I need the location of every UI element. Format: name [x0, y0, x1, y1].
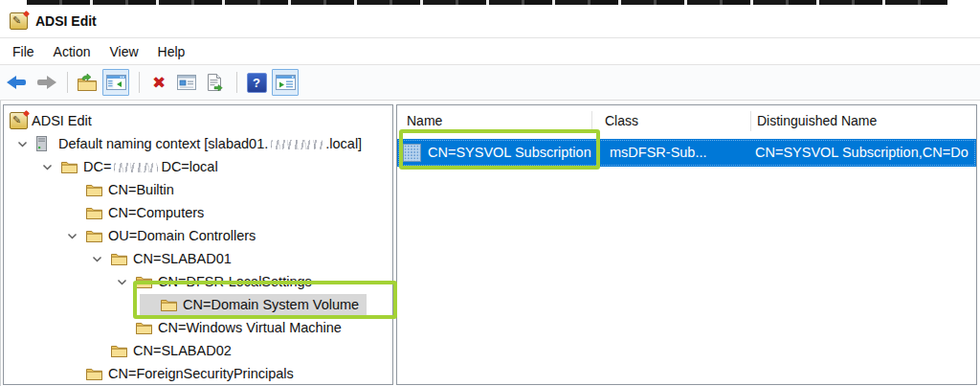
tree-item-label: CN=Windows Virtual Machine [158, 320, 342, 335]
tree-item-content: CN=ForeignSecurityPrincipals [65, 363, 301, 384]
cell-distinguished-name: CN=SYSVOL Subscription,CN=Do [755, 139, 969, 167]
column-header-distinguished-name[interactable]: Distinguished Name [757, 105, 877, 137]
server-icon [36, 136, 53, 151]
tree-item-content: CN=Computers [65, 202, 212, 223]
adsi-edit-icon [10, 112, 28, 129]
column-resize-handle[interactable] [591, 111, 592, 131]
tree-item-content: CN=SLABAD01 [90, 248, 239, 269]
back-arrow-icon [7, 76, 29, 90]
tree-item-content: CN=SLABAD02 [90, 340, 239, 361]
tree-item-cn-computers[interactable]: CN=Computers [4, 201, 392, 224]
column-header-name[interactable]: Name [407, 105, 442, 137]
redacted-text-smudge [271, 140, 323, 149]
back-button[interactable] [5, 70, 30, 95]
new-window-icon [276, 75, 296, 90]
forward-arrow-icon [34, 76, 56, 90]
tree-item-label: DC=DC=local [83, 159, 218, 174]
results-pane: Name Class Distinguished Name CN=SYSVOL … [396, 104, 977, 385]
tree-item-dc-domain[interactable]: DC=DC=local [4, 155, 392, 178]
console-tree-pane: ADSI EditDefault naming context [slabad0… [3, 104, 393, 385]
delete-button[interactable] [146, 70, 171, 95]
tree-item-cn-slabad02[interactable]: CN=SLABAD02 [4, 339, 392, 362]
folder-icon [111, 253, 127, 265]
tree-item-default-naming-context[interactable]: Default naming context [slabad01..local] [4, 132, 392, 155]
column-header-class[interactable]: Class [605, 105, 638, 137]
redacted-text-smudge [114, 163, 158, 172]
tree-item-content: CN=Domain System Volume [140, 294, 367, 315]
separator [0, 100, 980, 101]
chevron-expanded-icon[interactable] [115, 277, 136, 287]
adsi-edit-window: ADSI Edit File Action View Help [0, 0, 980, 386]
list-header: Name Class Distinguished Name [397, 105, 976, 137]
export-list-icon [207, 74, 223, 92]
show-hide-console-tree-button[interactable] [102, 69, 129, 96]
chevron-expanded-icon[interactable] [65, 231, 86, 241]
tree-item-content: ADSI Edit [10, 110, 100, 131]
adsi-edit-icon [10, 112, 26, 129]
tree-item-adsi-edit-root[interactable]: ADSI Edit [4, 109, 392, 132]
folder-icon [86, 184, 102, 196]
tree-item-label: CN=ForeignSecurityPrincipals [108, 366, 294, 381]
list-row-sysvol-subscription[interactable]: CN=SYSVOL Subscription msDFSR-Sub... CN=… [397, 139, 976, 167]
tree-item-label: OU=Domain Controllers [108, 228, 256, 243]
chevron-expanded-icon[interactable] [15, 139, 36, 149]
directory-object-icon [403, 144, 421, 162]
forward-button[interactable] [33, 70, 57, 95]
column-resize-handle[interactable] [750, 111, 751, 131]
tree-item-cn-domain-system-volume[interactable]: CN=Domain System Volume [4, 293, 392, 316]
menu-action[interactable]: Action [54, 44, 91, 59]
tree-item-label: CN=Domain System Volume [183, 297, 359, 312]
tree-item-content: CN=Windows Virtual Machine [115, 317, 349, 338]
menu-file[interactable]: File [12, 44, 34, 59]
window-title: ADSI Edit [35, 13, 97, 29]
chevron-expanded-icon[interactable] [90, 254, 111, 264]
label-text: .local] [325, 136, 362, 151]
tree-item-label: CN=SLABAD02 [133, 343, 232, 358]
adsi-edit-app-icon [10, 12, 28, 30]
tree-item-ou-domain-controllers[interactable]: OU=Domain Controllers [4, 224, 392, 247]
folder-icon [111, 345, 127, 357]
tree-item-content: CN=DFSR-LocalSettings [115, 271, 320, 292]
tree-item-cn-builtin[interactable]: CN=Builtin [4, 178, 392, 201]
properties-window-icon [177, 75, 196, 90]
label-text: DC= [83, 159, 111, 174]
folder-icon [61, 161, 78, 173]
folder-icon [136, 322, 152, 334]
tree-item-content: Default naming context [slabad01..local] [15, 133, 369, 154]
tree-item-label: CN=Computers [108, 205, 204, 220]
folder-icon [86, 230, 102, 242]
chevron-expanded-icon[interactable] [40, 162, 61, 172]
label-text: DC=local [161, 159, 217, 174]
tree-item-content: CN=Builtin [65, 179, 182, 200]
tree-item-label: CN=Builtin [108, 182, 174, 197]
menu-help[interactable]: Help [158, 44, 186, 59]
toolbar-separator [67, 72, 68, 93]
console-tree-window-icon [106, 75, 126, 90]
toolbar-separator [236, 72, 237, 93]
tree-item-cn-slabad01[interactable]: CN=SLABAD01 [4, 247, 392, 270]
toolbar [0, 65, 980, 100]
tree-item-label: ADSI Edit [32, 113, 92, 128]
menu-view[interactable]: View [109, 44, 138, 59]
tree-item-cn-dfsr-localsettings[interactable]: CN=DFSR-LocalSettings [4, 270, 392, 293]
folder-up-icon [77, 74, 98, 91]
up-one-level-button[interactable] [75, 70, 100, 95]
properties-button[interactable] [174, 70, 199, 95]
cell-name: CN=SYSVOL Subscription [428, 139, 591, 167]
title-bar: ADSI Edit [0, 5, 980, 37]
tree-item-cn-windows-virtual-machine[interactable]: CN=Windows Virtual Machine [4, 316, 392, 339]
folder-icon [86, 207, 102, 219]
export-list-button[interactable] [202, 70, 227, 95]
toolbar-separator [139, 72, 140, 93]
tree-item-cn-foreignsecurityprincipals[interactable]: CN=ForeignSecurityPrincipals [4, 362, 392, 385]
show-new-window-button[interactable] [272, 69, 299, 96]
tree-item-content: OU=Domain Controllers [65, 225, 263, 246]
tree: ADSI EditDefault naming context [slabad0… [4, 105, 392, 385]
red-x-icon [152, 75, 166, 91]
folder-icon [86, 368, 102, 380]
tree-item-label: Default naming context [slabad01..local] [58, 136, 362, 151]
tree-item-label: CN=SLABAD01 [133, 251, 232, 266]
tree-item-content: DC=DC=local [40, 156, 226, 177]
folder-icon [161, 299, 177, 311]
help-button[interactable] [244, 70, 269, 95]
